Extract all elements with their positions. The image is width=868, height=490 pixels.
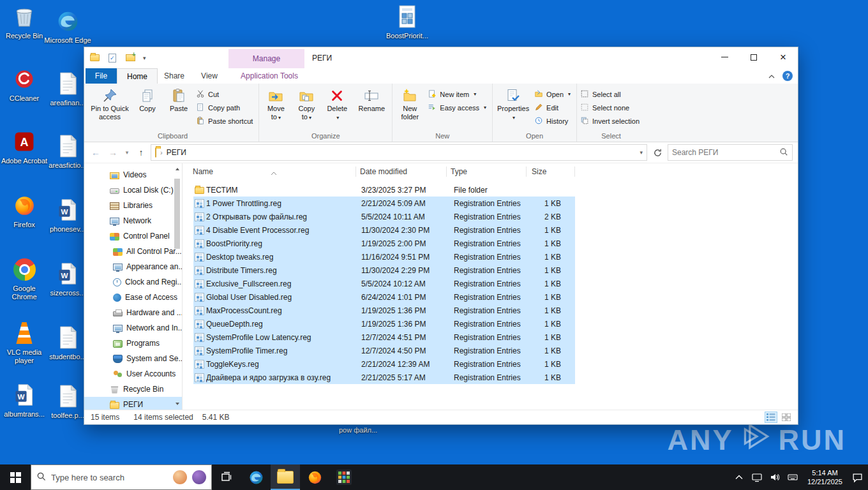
tab-view[interactable]: View <box>191 68 228 84</box>
file-row[interactable]: ТЕСТИМ 3/23/2025 3:27 PM File folder <box>193 183 575 197</box>
desktop-icon-adobe-acrobat[interactable]: A Adobe Acrobat <box>0 128 49 165</box>
file-row[interactable]: Драйвера и ядро загрузка в озу.reg 2/21/… <box>193 371 575 384</box>
desktop-icon-firefox[interactable]: Firefox <box>0 192 49 229</box>
invert-selection-button[interactable]: Invert selection <box>579 114 643 128</box>
sidebar-item[interactable]: System and Se... <box>84 351 182 366</box>
sidebar-item[interactable]: РЕГИ <box>84 397 182 410</box>
column-header-size[interactable]: Size <box>527 163 575 180</box>
new-item-button[interactable]: New item ▾ <box>426 87 490 101</box>
taskbar-clock[interactable]: 5:14 AM 12/21/2025 <box>802 468 848 486</box>
desktop-icon-vlc[interactable]: VLC media player <box>0 320 49 365</box>
sidebar-item[interactable]: Network and In... <box>84 320 182 336</box>
edit-button[interactable]: Edit <box>533 101 574 114</box>
sidebar-item[interactable]: Clock and Regi... <box>84 274 182 290</box>
volume-icon[interactable] <box>767 464 783 490</box>
recent-locations-chevron-icon[interactable]: ▾ <box>123 145 131 160</box>
maximize-button[interactable] <box>739 47 768 67</box>
column-header-date-modified[interactable]: Date modified <box>356 163 447 180</box>
taskbar-file-explorer-button[interactable] <box>271 464 300 490</box>
file-row[interactable]: SystemProfile Low Latency.reg 12/7/2024 … <box>193 330 575 344</box>
easy-access-button[interactable]: Easy access ▾ <box>426 101 490 114</box>
tab-home[interactable]: Home <box>117 68 158 84</box>
desktop-icon-recycle-bin[interactable]: Recycle Bin <box>0 3 49 40</box>
select-all-button[interactable]: Select all <box>579 87 643 101</box>
file-row[interactable]: 4 Disable Event Processor.reg 11/30/2024… <box>193 223 575 237</box>
explorer-search[interactable] <box>668 144 793 161</box>
desktop-icon-google-chrome[interactable]: Google Chrome <box>0 256 49 301</box>
sidebar-item[interactable]: Local Disk (C:) <box>84 182 182 198</box>
taskbar-firefox-button[interactable] <box>300 464 329 490</box>
details-view-button[interactable] <box>765 412 777 423</box>
file-row[interactable]: Desktop tweaks.reg 11/16/2024 9:51 PM Re… <box>193 250 575 264</box>
sidebar-item[interactable]: User Accounts <box>84 366 182 382</box>
sidebar-item[interactable]: Libraries <box>84 198 182 213</box>
column-header-type[interactable]: Type <box>447 163 527 180</box>
action-center-icon[interactable] <box>849 464 865 490</box>
file-row[interactable]: Exclusive_Fullscreen.reg 5/5/2024 10:12 … <box>193 277 575 290</box>
copy-path-button[interactable]: Copy path <box>195 101 257 114</box>
file-row[interactable]: Global User Disabled.reg 6/24/2024 1:01 … <box>193 290 575 304</box>
sidebar-item[interactable]: Ease of Access <box>84 290 182 305</box>
copy-button[interactable]: Copy <box>132 85 163 114</box>
desktop-icon-albumtrans[interactable]: W albumtrans... <box>0 382 49 419</box>
contextual-tab-header[interactable]: Manage <box>228 49 304 68</box>
taskbar-edge-button[interactable] <box>241 464 271 490</box>
sidebar-item[interactable]: Control Panel <box>84 228 182 244</box>
large-icons-view-button[interactable] <box>780 412 793 423</box>
file-row[interactable]: SystemProfile Timer.reg 12/7/2024 4:50 P… <box>193 344 575 357</box>
cut-button[interactable]: Cut <box>195 87 257 101</box>
breadcrumb-path[interactable]: РЕГИ <box>167 148 186 157</box>
open-button[interactable]: Open ▾ <box>533 87 574 101</box>
title-bar[interactable]: ▾ Manage РЕГИ × <box>84 47 798 68</box>
copy-to-button[interactable]: Copy to▾ <box>292 85 321 123</box>
hidden-icons-chevron-icon[interactable] <box>731 464 747 490</box>
scroll-up-icon[interactable] <box>173 165 181 174</box>
file-row[interactable]: MaxProcessCount.reg 1/19/2025 1:36 PM Re… <box>193 304 575 317</box>
pin-to-quick-access-button[interactable]: Pin to Quick access <box>89 85 131 122</box>
desktop-icon-ccleaner[interactable]: CCleaner <box>0 66 49 103</box>
customize-toolbar-chevron-icon[interactable]: ▾ <box>143 55 146 61</box>
keyboard-icon[interactable] <box>784 464 801 490</box>
task-view-button[interactable] <box>212 464 241 490</box>
network-icon[interactable] <box>749 464 765 490</box>
history-button[interactable]: History <box>533 114 574 128</box>
taskbar-search[interactable] <box>31 464 212 490</box>
paste-button[interactable]: Paste <box>164 85 193 114</box>
sidebar-item[interactable]: Programs <box>84 336 182 351</box>
properties-button[interactable]: Properties ▾ <box>495 85 532 123</box>
file-row[interactable]: ToggleKeys.reg 2/21/2024 12:39 AM Regist… <box>193 357 575 371</box>
scrollbar-thumb[interactable] <box>174 179 180 249</box>
desktop-icon-micros-edge[interactable]: Microsoft Edge <box>43 8 92 45</box>
sidebar-item[interactable]: Appearance an... <box>84 259 182 274</box>
address-bar[interactable]: › РЕГИ ▾ <box>151 144 647 161</box>
ribbon-collapse-icon[interactable] <box>768 71 775 80</box>
sidebar-item[interactable]: Videos <box>84 167 182 182</box>
minimize-button[interactable] <box>710 47 739 67</box>
sidebar-item[interactable]: All Control Par... <box>84 244 182 259</box>
scrollbar-track[interactable] <box>173 174 181 399</box>
paste-shortcut-button[interactable]: Paste shortcut <box>195 114 257 128</box>
start-button[interactable] <box>0 464 31 490</box>
tab-share[interactable]: Share <box>158 68 191 84</box>
forward-button[interactable]: → <box>105 145 121 160</box>
close-button[interactable]: × <box>768 47 798 67</box>
column-header-name[interactable]: Name <box>183 163 356 180</box>
sidebar-item[interactable]: Recycle Bin <box>84 382 182 397</box>
refresh-button[interactable] <box>649 144 666 161</box>
sidebar-item[interactable]: Hardware and ... <box>84 305 182 320</box>
taskbar-running-app-button[interactable] <box>329 464 359 490</box>
up-button[interactable]: ↑ <box>133 145 149 160</box>
new-folder-quick-icon[interactable] <box>125 53 135 63</box>
file-row[interactable]: BoostPriority.reg 1/19/2025 2:00 PM Regi… <box>193 237 575 250</box>
search-highlight-icon-1[interactable] <box>173 470 187 484</box>
sidebar-item[interactable]: Network <box>84 213 182 228</box>
file-row[interactable]: Distribute Timers.reg 11/30/2024 2:29 PM… <box>193 264 575 277</box>
new-folder-button[interactable]: New folder <box>394 85 425 122</box>
explorer-search-input[interactable] <box>672 148 779 157</box>
desktop-icon-boostpriority[interactable]: BoostPriorit... <box>383 3 431 40</box>
back-button[interactable]: ← <box>88 145 103 160</box>
scroll-down-icon[interactable] <box>173 399 181 408</box>
search-highlight-icon-2[interactable] <box>192 470 206 484</box>
properties-quick-icon[interactable] <box>107 53 117 63</box>
taskbar-search-input[interactable] <box>51 473 168 482</box>
